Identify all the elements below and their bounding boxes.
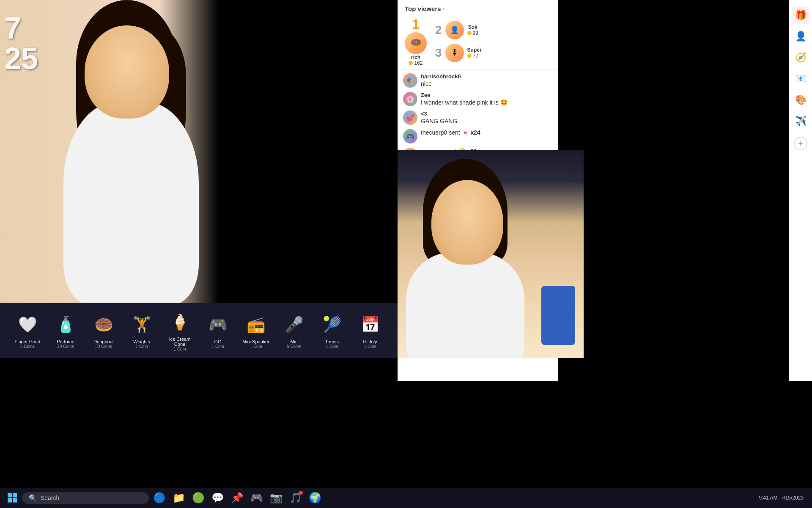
app5-icon: 📌: [231, 492, 244, 504]
gift-name: Mic: [290, 339, 297, 344]
coin-icon: [409, 61, 413, 65]
compass-sidebar-icon[interactable]: 🧭: [792, 49, 809, 66]
gift-coins: 1 Coin: [250, 344, 262, 349]
gift-item-finger-heart[interactable]: 🤍 Finger Heart 5 Coins: [8, 310, 47, 351]
chrome-app[interactable]: 🟢: [189, 489, 207, 507]
discord-app[interactable]: 💬: [209, 489, 227, 507]
viewer-rank3-name: Super: [467, 47, 482, 53]
gift-bar: 🤍 Finger Heart 5 Coins 🧴 Perfume 20 Coin…: [0, 303, 398, 358]
viewer-rank3: 3 🎙 Super 77: [435, 44, 482, 62]
gift-icon: 🎤: [281, 312, 307, 337]
gift-icon: 🤍: [15, 312, 40, 337]
add-sidebar-button[interactable]: +: [794, 137, 807, 150]
chat-content: thecuerp0thecuerp0 sent 🍬 x24: [421, 129, 553, 136]
taskbar-date: 7/15/2023: [781, 495, 804, 501]
steam-app-icon: 🎮: [250, 492, 263, 504]
gift-name: Ice Cream Cone: [163, 337, 197, 347]
taskbar-time: 9:41 AM: [759, 495, 778, 501]
taskbar: 🔍 Search 🔵📁🟢💬📌🎮📷🎵🌍 9:41 AM 7/15/2023: [0, 488, 812, 508]
chat-text: I wonder what shade pink it is 🤩: [421, 99, 553, 106]
outlook-sidebar-icon[interactable]: 📧: [792, 70, 809, 88]
chat-message: 💕<3GANG GANG: [403, 110, 553, 125]
gift-coins: 20 Coins: [57, 344, 74, 349]
music-app[interactable]: 🎵: [287, 489, 304, 507]
gift-icon: 🍦: [167, 309, 192, 335]
viewer-rank3-number: 3: [435, 46, 442, 60]
taskbar-right: 9:41 AM 7/15/2023: [759, 495, 808, 501]
browser-app[interactable]: 🌍: [306, 489, 324, 507]
gift-icon: 🧴: [53, 312, 78, 337]
chrome-app-icon: 🟢: [192, 492, 205, 504]
gift-name: Doughnut: [93, 339, 114, 344]
browser-app-icon: 🌍: [309, 492, 321, 504]
viewer-rank1-name: rich: [411, 54, 420, 60]
pip-video: [398, 150, 584, 358]
app5[interactable]: 📌: [228, 489, 246, 507]
app-notification-badge: [299, 491, 303, 495]
gift-coins: 1 Coin: [364, 344, 376, 349]
gift-item-weights[interactable]: 🏋 Weights 1 Coin: [123, 310, 161, 351]
top-viewers-arrow[interactable]: ›: [443, 6, 444, 12]
chat-avatar: 🎮: [403, 129, 417, 144]
folder-app-icon: 📁: [173, 492, 185, 504]
gift-icon: 📅: [357, 312, 383, 337]
viewer-rank3-coins: 77: [467, 53, 482, 59]
gift-icon: 🎮: [205, 312, 230, 337]
person-sidebar-icon[interactable]: 👤: [792, 28, 809, 45]
viewer-rank1: 1 🍩 rich 162: [405, 17, 427, 66]
gift-item-tennis[interactable]: 🎾 Tennis 1 Coin: [313, 310, 351, 351]
edge-app[interactable]: 🔵: [151, 489, 168, 507]
steam-app[interactable]: 🎮: [248, 489, 266, 507]
sidebar: 🎁 👤 🧭 📧 🎨 ✈️ +: [789, 0, 812, 381]
viewer-rank2-coins: 99: [467, 30, 478, 36]
chat-username: Zee: [421, 92, 553, 98]
gift-icon: 📻: [243, 312, 269, 337]
gift-item-mini-speaker[interactable]: 📻 Mini Speaker 1 Coin: [237, 310, 275, 351]
gift-item-hi-july[interactable]: 📅 Hi July 1 Coin: [351, 310, 389, 351]
overlay-numbers: 7 25: [4, 13, 38, 74]
search-bar[interactable]: 🔍 Search: [22, 492, 149, 504]
chat-avatar: 🎭: [403, 73, 417, 88]
gift-item-mic[interactable]: 🎤 Mic 5 Coins: [275, 310, 313, 351]
send-sidebar-icon[interactable]: ✈️: [792, 112, 809, 130]
gift-name: Weights: [133, 339, 150, 344]
coin-icon: [467, 31, 472, 35]
gift-name: Perfume: [57, 339, 74, 344]
chat-content: harrisonbrock0nice: [421, 73, 553, 87]
gift-name: Finger Heart: [14, 339, 40, 344]
gift-coins: 1 Coin: [212, 344, 224, 349]
search-icon: 🔍: [29, 494, 37, 502]
chat-message: 🎭harrisonbrock0nice: [403, 73, 553, 88]
overlay-number-1: 7: [4, 13, 38, 43]
paint-sidebar-icon[interactable]: 🎨: [792, 91, 809, 109]
app7[interactable]: 📷: [267, 489, 285, 507]
gift-coins: 5 Coins: [287, 344, 301, 349]
viewer-rank2: 2 👤 Sok 99: [435, 21, 482, 39]
chat-avatar: 💕: [403, 110, 417, 125]
chat-text: nice: [421, 80, 553, 87]
chat-text: GANG GANG: [421, 118, 553, 124]
gift-coins: 1 Coin: [174, 347, 186, 351]
discord-app-icon: 💬: [211, 492, 224, 504]
gift-coins: 1 Coin: [136, 344, 148, 349]
top-viewers-title: Top viewers: [405, 5, 441, 12]
gift-name: Mini Speaker: [242, 339, 269, 344]
windows-logo: [8, 493, 17, 502]
viewer-rank3-avatar: 🎙: [445, 44, 464, 62]
gift-name: GG: [214, 339, 221, 344]
chat-message: 🎮thecuerp0thecuerp0 sent 🍬 x24: [403, 129, 553, 144]
overlay-number-2: 25: [4, 43, 38, 74]
top-viewers-section: Top viewers › 1 🍩 rich 162 2 👤 S: [398, 0, 558, 70]
main-video: 7 25: [0, 0, 398, 303]
gift-item-perfume[interactable]: 🧴 Perfume 20 Coins: [47, 310, 85, 351]
viewer-rank1-number: 1: [412, 17, 420, 32]
gift-sidebar-icon[interactable]: 🎁: [792, 6, 809, 24]
chat-content: <3GANG GANG: [421, 110, 553, 124]
gift-item-ice-cream-cone[interactable]: 🍦 Ice Cream Cone 1 Coin: [161, 307, 199, 353]
gift-coins: 1 Coin: [326, 344, 338, 349]
gift-item-doughnut[interactable]: 🍩 Doughnut 30 Coins: [85, 310, 123, 351]
folder-app[interactable]: 📁: [170, 489, 188, 507]
gift-item-gg[interactable]: 🎮 GG 1 Coin: [199, 310, 237, 351]
gift-coins: 30 Coins: [95, 344, 112, 349]
start-button[interactable]: [4, 490, 20, 506]
